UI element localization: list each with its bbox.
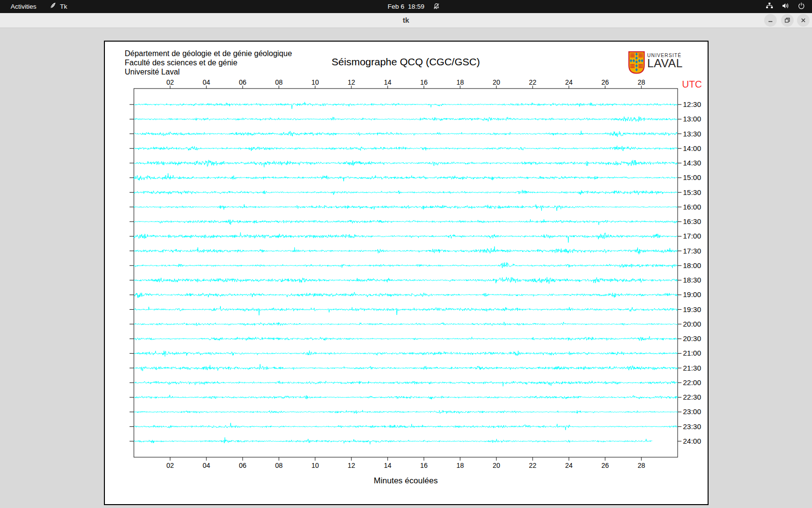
x-tick-label-bottom: 22 [529, 462, 536, 469]
x-tick-label-top: 04 [203, 78, 210, 86]
utc-time-label: 14:30 [683, 159, 701, 167]
notifications-off-icon [433, 2, 440, 12]
seismogram-trace [134, 395, 678, 399]
seismogram-trace [134, 437, 652, 444]
x-tick-label-bottom: 20 [493, 462, 500, 469]
tk-window-content: Département de géologie et de génie géol… [0, 28, 812, 508]
x-tick-label-bottom: 26 [601, 462, 609, 469]
x-tick-label-top: 28 [638, 78, 645, 86]
seismogram-trace [134, 219, 678, 225]
utc-time-label: 18:00 [683, 261, 701, 269]
gnome-top-bar: Activities Tk Feb 6 18:59 [0, 0, 812, 13]
x-tick-label-bottom: 16 [420, 462, 428, 469]
utc-time-label: 19:30 [683, 305, 701, 314]
utc-time-label: 14:00 [683, 144, 701, 152]
seismogram-plot: 0202040406060808101012121414161618182020… [105, 42, 708, 504]
tk-feather-icon [49, 2, 57, 11]
seismogram-trace [134, 102, 678, 109]
window-titlebar[interactable]: tk [0, 13, 812, 28]
x-tick-label-bottom: 18 [456, 462, 464, 469]
utc-time-label: 22:30 [683, 393, 701, 401]
network-wired-icon [766, 2, 773, 12]
power-icon [798, 2, 805, 12]
seismogram-trace [134, 232, 678, 242]
seismogram-trace [134, 364, 678, 371]
utc-time-label: 16:00 [683, 203, 701, 211]
x-tick-label-bottom: 08 [275, 462, 283, 469]
minimize-button[interactable] [764, 14, 777, 27]
volume-icon [782, 2, 789, 12]
utc-time-label: 18:30 [683, 276, 701, 284]
x-tick-label-top: 08 [275, 78, 283, 86]
utc-time-label: 21:30 [683, 364, 701, 372]
seismogram-trace [134, 351, 678, 357]
seismogram-trace [134, 381, 678, 386]
x-tick-label-top: 26 [601, 78, 609, 86]
utc-time-label: 15:30 [683, 188, 701, 196]
close-button[interactable] [797, 14, 810, 27]
utc-time-label: 16:30 [683, 217, 701, 225]
utc-time-label: 21:00 [683, 349, 701, 357]
utc-time-label: 12:30 [683, 100, 701, 108]
x-tick-label-top: 10 [311, 78, 319, 86]
x-tick-label-top: 18 [456, 78, 464, 86]
seismogram-trace [134, 306, 678, 315]
utc-time-label: 24:00 [683, 437, 701, 445]
seismograph-canvas: Département de géologie et de génie géol… [104, 41, 709, 505]
utc-time-label: 20:30 [683, 334, 701, 343]
x-tick-label-bottom: 10 [311, 462, 319, 469]
seismogram-trace [134, 190, 678, 195]
seismogram-trace [134, 262, 678, 268]
x-tick-label-bottom: 12 [348, 462, 355, 469]
x-tick-label-top: 14 [384, 78, 392, 86]
restore-button[interactable] [781, 14, 794, 27]
utc-time-label: 22:00 [683, 378, 701, 387]
x-tick-label-bottom: 14 [384, 462, 392, 469]
window-title: tk [0, 16, 812, 24]
x-tick-label-top: 02 [166, 78, 174, 86]
seismogram-trace [134, 146, 678, 151]
x-tick-label-bottom: 28 [638, 462, 645, 469]
seismogram-trace [134, 204, 678, 210]
x-tick-label-top: 12 [348, 78, 355, 86]
x-tick-label-bottom: 24 [565, 462, 573, 469]
system-status-area[interactable] [766, 0, 805, 13]
seismogram-trace [134, 173, 678, 181]
utc-time-label: 23:00 [683, 407, 701, 416]
app-indicator-tk[interactable]: Tk [49, 0, 67, 13]
app-indicator-label: Tk [60, 3, 67, 10]
utc-time-label: 17:00 [683, 232, 701, 240]
seismogram-trace [134, 322, 678, 326]
seismogram-trace [134, 247, 678, 254]
utc-time-label: 13:30 [683, 130, 701, 138]
seismogram-trace [134, 410, 678, 414]
x-tick-label-top: 20 [493, 78, 500, 86]
x-tick-label-bottom: 04 [203, 462, 210, 469]
x-tick-label-bottom: 02 [166, 462, 174, 469]
seismogram-trace [134, 131, 678, 137]
seismogram-trace [134, 336, 678, 341]
utc-time-label: 20:00 [683, 320, 701, 328]
x-tick-label-top: 24 [565, 78, 573, 86]
utc-time-label: 23:30 [683, 422, 701, 431]
seismogram-trace [134, 117, 678, 122]
utc-time-label: 13:00 [683, 115, 701, 123]
plot-border [134, 89, 678, 457]
seismogram-trace [134, 292, 678, 298]
x-tick-label-top: 16 [420, 78, 428, 86]
seismogram-trace [134, 423, 678, 430]
utc-time-label: 19:00 [683, 290, 701, 299]
utc-time-label: 17:30 [683, 247, 701, 255]
seismogram-trace [134, 277, 678, 284]
activities-button[interactable]: Activities [7, 0, 40, 13]
x-tick-label-bottom: 06 [239, 462, 246, 469]
x-tick-label-top: 22 [529, 78, 536, 86]
x-tick-label-top: 06 [239, 78, 246, 86]
utc-time-label: 15:00 [683, 173, 701, 181]
clock-button[interactable]: Feb 6 18:59 [388, 0, 424, 13]
seismogram-trace [134, 160, 678, 167]
